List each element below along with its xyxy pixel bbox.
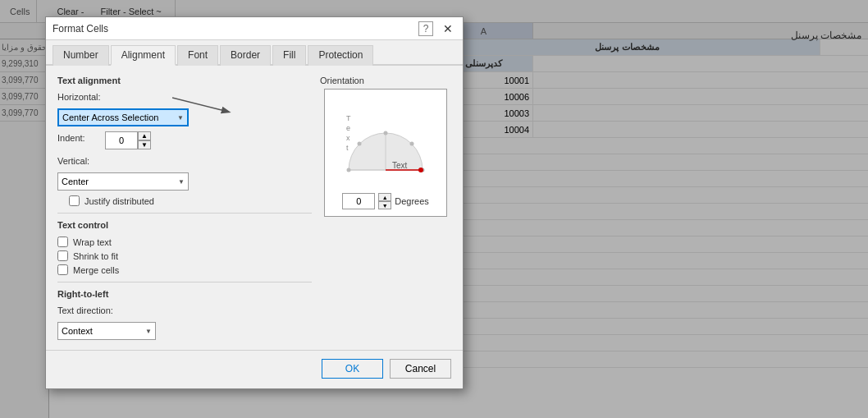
dialog-two-col: Text alignment Horizontal: xyxy=(57,76,451,340)
horizontal-dropdown[interactable]: Center Across Selection ▼ xyxy=(57,108,189,126)
justify-distributed-label: Justify distributed xyxy=(85,196,154,206)
dialog-titlebar: Format Cells ? ✕ xyxy=(46,17,463,40)
text-direction-dropdown[interactable]: Context ▼ xyxy=(57,322,156,340)
horizontal-dropdown-row: Center Across Selection ▼ xyxy=(57,108,312,126)
dialog-left-col: Text alignment Horizontal: xyxy=(57,76,312,340)
indent-spinner: ▲ ▼ xyxy=(105,131,151,149)
degrees-label: Degrees xyxy=(395,196,429,206)
svg-text:Text: Text xyxy=(392,161,408,170)
merge-cells-checkbox[interactable] xyxy=(57,264,68,275)
indent-input[interactable] xyxy=(105,131,138,149)
vertical-value: Center xyxy=(62,177,89,186)
degrees-up-button[interactable]: ▲ xyxy=(378,193,391,201)
svg-point-6 xyxy=(347,168,351,172)
tab-alignment[interactable]: Alignment xyxy=(111,45,176,66)
horizontal-label: Horizontal: xyxy=(57,92,115,102)
degrees-input[interactable] xyxy=(342,193,375,209)
tab-number[interactable]: Number xyxy=(53,45,109,66)
dialog-title: Format Cells xyxy=(53,23,108,34)
degrees-spinner: ▲ ▼ xyxy=(378,193,391,209)
svg-text:e: e xyxy=(346,124,350,132)
dialog-close-button[interactable]: ✕ xyxy=(440,21,456,37)
svg-text:t: t xyxy=(346,144,349,152)
svg-point-11 xyxy=(418,168,423,172)
wrap-text-checkbox[interactable] xyxy=(57,237,68,247)
merge-cells-row: Merge cells xyxy=(57,264,312,275)
cancel-button[interactable]: Cancel xyxy=(390,359,451,379)
dialog-footer: OK Cancel xyxy=(46,350,463,388)
tab-fill[interactable]: Fill xyxy=(272,45,306,66)
svg-point-8 xyxy=(358,142,362,146)
text-control-title: Text control xyxy=(57,220,312,230)
shrink-to-fit-label: Shrink to fit xyxy=(73,251,118,261)
indent-down-button[interactable]: ▼ xyxy=(138,140,151,149)
vertical-label: Vertical: xyxy=(57,156,115,166)
orientation-box: Text T e x t ▲ ▼ Degrees xyxy=(324,89,447,217)
format-cells-dialog: Format Cells ? ✕ Number Alignment Font B… xyxy=(45,16,464,389)
rtl-section: Right-to-left Text direction: Context ▼ xyxy=(57,289,312,340)
ok-button[interactable]: OK xyxy=(322,359,383,379)
degrees-down-button[interactable]: ▼ xyxy=(378,201,391,209)
indent-spinner-buttons: ▲ ▼ xyxy=(138,131,151,149)
text-direction-row: Text direction: xyxy=(57,305,312,315)
indent-label: Indent: xyxy=(57,133,98,143)
svg-point-5 xyxy=(384,131,388,136)
rtl-title: Right-to-left xyxy=(57,289,312,299)
indent-row: Indent: ▲ ▼ xyxy=(57,131,312,149)
tab-font[interactable]: Font xyxy=(177,45,218,66)
svg-line-1 xyxy=(172,98,222,110)
text-control-section: Text control Wrap text Shrink to fit Mer… xyxy=(57,220,312,275)
dialog-body: Text alignment Horizontal: xyxy=(46,66,463,350)
vertical-dropdown[interactable]: Center ▼ xyxy=(57,172,189,191)
justify-distributed-checkbox[interactable] xyxy=(69,195,80,206)
wrap-text-label: Wrap text xyxy=(73,237,112,247)
tab-border[interactable]: Border xyxy=(220,45,271,66)
horizontal-value: Center Across Selection xyxy=(62,113,158,122)
section-divider-1 xyxy=(57,213,312,214)
text-direction-label: Text direction: xyxy=(57,305,131,315)
section-divider-2 xyxy=(57,282,312,282)
degrees-row: ▲ ▼ Degrees xyxy=(342,193,429,209)
shrink-to-fit-row: Shrink to fit xyxy=(57,250,312,261)
text-direction-value: Context xyxy=(62,326,93,336)
vertical-row: Vertical: xyxy=(57,156,312,166)
shrink-to-fit-checkbox[interactable] xyxy=(57,250,68,261)
arrow-annotation xyxy=(172,94,238,118)
svg-text:x: x xyxy=(346,134,350,142)
justify-row: Justify distributed xyxy=(69,195,312,206)
wrap-text-row: Wrap text xyxy=(57,237,312,247)
vertical-dropdown-arrow: ▼ xyxy=(178,178,185,186)
svg-text:T: T xyxy=(346,114,351,122)
text-direction-arrow: ▼ xyxy=(145,328,152,335)
indent-up-button[interactable]: ▲ xyxy=(138,131,151,140)
orientation-visual: Text T e x t xyxy=(336,96,435,186)
tab-protection[interactable]: Protection xyxy=(308,45,373,66)
dialog-right-col: Orientation xyxy=(320,76,451,340)
text-alignment-title: Text alignment xyxy=(57,76,312,85)
orientation-title: Orientation xyxy=(320,76,364,85)
svg-point-9 xyxy=(410,142,414,146)
dialog-tabs: Number Alignment Font Border Fill Protec… xyxy=(46,40,463,66)
merge-cells-label: Merge cells xyxy=(73,265,119,275)
dialog-controls: ? ✕ xyxy=(418,21,456,37)
dialog-help-button[interactable]: ? xyxy=(418,21,433,36)
